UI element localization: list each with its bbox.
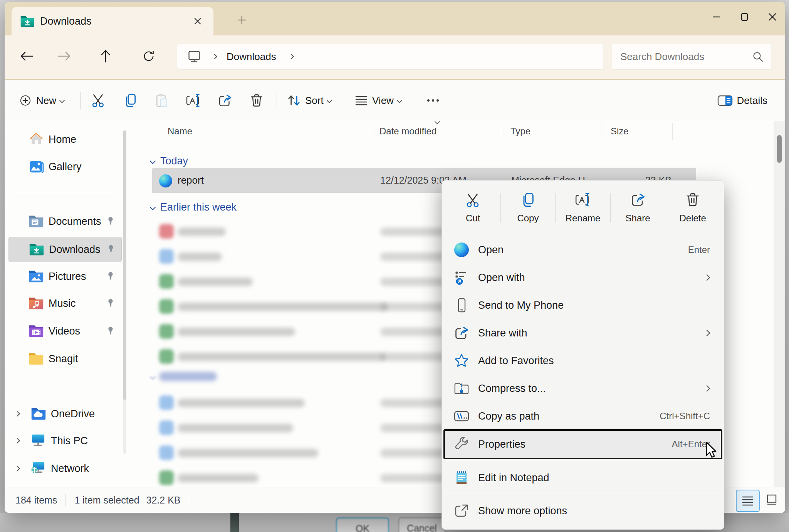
background-ok-button[interactable]: OK (336, 517, 389, 532)
sort-button[interactable]: Sort (284, 87, 334, 114)
toolbar-divider (80, 92, 81, 109)
delete-quick-button[interactable]: Delete (665, 184, 720, 231)
menu-shortcut: Enter (688, 244, 710, 255)
scrollbar-thumb[interactable] (777, 135, 782, 163)
tab-close-icon[interactable] (191, 15, 204, 28)
chevron-right-icon[interactable] (15, 411, 20, 417)
sidebar-item-label: Music (49, 298, 106, 309)
command-toolbar: New Sort (5, 80, 785, 121)
group-header-earlier-this-week[interactable]: Earlier this week (148, 200, 237, 214)
rename-icon (575, 192, 591, 209)
column-header-type[interactable]: Type (510, 126, 530, 137)
group-header-redacted[interactable] (148, 370, 155, 383)
onedrive-folder-icon (31, 406, 46, 422)
address-bar[interactable]: Downloads (177, 44, 603, 69)
sidebar-item-onedrive[interactable]: OneDrive (8, 402, 121, 426)
sidebar-item-pictures[interactable]: Pictures (8, 264, 121, 289)
search-input[interactable] (612, 50, 752, 63)
breadcrumb-chevron-icon[interactable] (289, 54, 294, 59)
menu-item-properties[interactable]: Properties Alt+Enter (443, 429, 722, 459)
sidebar-item-gallery[interactable]: Gallery (8, 154, 121, 179)
view-button[interactable]: View (351, 87, 405, 114)
menu-item-share-with[interactable]: Share with (445, 319, 721, 347)
rename-button[interactable] (181, 87, 206, 114)
redacted-file-name (178, 353, 386, 361)
menu-item-label: Edit in Notepad (478, 472, 721, 484)
column-divider[interactable] (501, 123, 501, 140)
back-button[interactable] (16, 45, 38, 67)
menu-item-add-to-favorites[interactable]: Add to Favorites (445, 347, 721, 375)
close-button[interactable] (760, 8, 784, 26)
menu-item-copy-as-path[interactable]: Copy as path Ctrl+Shift+C (445, 402, 721, 430)
search-box[interactable] (612, 44, 771, 69)
refresh-button[interactable] (138, 45, 159, 67)
spreadsheet-file-icon (159, 349, 174, 364)
search-icon[interactable] (752, 51, 764, 62)
breadcrumb-downloads[interactable]: Downloads (227, 51, 276, 63)
menu-item-open[interactable]: Open Enter (445, 236, 721, 264)
view-button-label: View (372, 95, 394, 107)
cut-quick-button[interactable]: Cut (446, 184, 500, 231)
more-options-button[interactable] (421, 87, 445, 114)
redacted-file-name (178, 253, 222, 261)
quick-action-label: Delete (679, 213, 706, 224)
quick-action-label: Share (626, 213, 650, 224)
document-file-icon (159, 445, 174, 460)
share-quick-button[interactable]: Share (611, 184, 665, 231)
forward-button[interactable] (53, 45, 75, 67)
sidebar-item-videos[interactable]: Videos (8, 319, 121, 343)
column-header-date-modified[interactable]: Date modified (379, 126, 436, 137)
new-button[interactable]: New (15, 87, 68, 114)
group-header-today[interactable]: Today (148, 154, 188, 168)
file-list-scrollbar[interactable] (774, 121, 785, 487)
details-pane-button[interactable]: Details (713, 87, 775, 114)
submenu-chevron-icon (704, 330, 710, 336)
sidebar-item-label: Snagit (49, 353, 121, 365)
background-cancel-button[interactable]: Cancel (398, 517, 445, 532)
documents-folder-icon (29, 214, 44, 229)
sort-direction-icon (435, 121, 440, 124)
column-divider[interactable] (601, 123, 601, 140)
chevron-right-icon[interactable] (15, 466, 20, 471)
new-tab-button[interactable] (231, 9, 253, 31)
menu-item-show-more-options[interactable]: Show more options (445, 497, 721, 525)
sidebar-item-music[interactable]: Music (8, 291, 121, 316)
redacted-file-name (178, 278, 253, 286)
sidebar-item-this-pc[interactable]: This PC (8, 428, 121, 453)
column-header-name[interactable]: Name (168, 126, 192, 137)
show-more-options-icon (453, 503, 470, 519)
sort-button-label: Sort (305, 95, 324, 107)
rename-quick-button[interactable]: Rename (556, 184, 610, 231)
large-icons-view-toggle[interactable] (760, 490, 783, 510)
sidebar-item-documents[interactable]: Documents (8, 209, 121, 234)
menu-item-label: Properties (478, 438, 672, 450)
details-view-toggle[interactable] (736, 490, 760, 512)
column-divider[interactable] (672, 123, 673, 140)
titlebar[interactable]: Downloads (5, 2, 785, 35)
explorer-tab-downloads[interactable]: Downloads (12, 7, 213, 35)
up-button[interactable] (95, 45, 116, 67)
menu-item-compress-to[interactable]: Compress to... (445, 375, 721, 402)
sidebar-item-network[interactable]: Network (8, 456, 121, 481)
cut-button[interactable] (86, 87, 111, 114)
menu-item-send-to-my-phone[interactable]: Send to My Phone (445, 291, 721, 319)
paste-button[interactable] (149, 87, 174, 114)
share-button[interactable] (213, 87, 237, 114)
delete-button[interactable] (244, 87, 269, 114)
menu-item-open-with[interactable]: Open with (445, 264, 721, 291)
maximize-button[interactable] (733, 8, 757, 26)
minimize-button[interactable] (704, 8, 728, 26)
redacted-file-name (178, 449, 318, 457)
sidebar-scrollbar[interactable] (123, 130, 126, 454)
copy-quick-button[interactable]: Copy (501, 184, 556, 231)
pin-icon (106, 298, 116, 308)
sidebar-divider (15, 193, 116, 193)
chevron-right-icon[interactable] (15, 438, 20, 443)
sidebar-item-home[interactable]: Home (8, 127, 121, 152)
menu-item-edit-in-notepad[interactable]: Edit in Notepad (445, 464, 721, 492)
sidebar-item-downloads[interactable]: Downloads (8, 237, 122, 262)
copy-button[interactable] (118, 87, 143, 114)
column-header-size[interactable]: Size (611, 126, 629, 137)
sidebar-item-snagit[interactable]: Snagit (8, 346, 121, 371)
column-divider[interactable] (370, 123, 370, 140)
